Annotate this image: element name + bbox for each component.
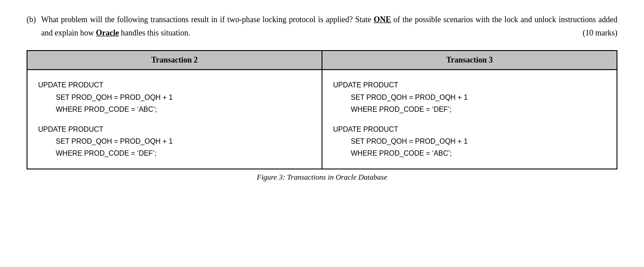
col2-sql-block1: UPDATE PRODUCT SET PROD_QOH = PROD_OQH +…	[333, 79, 606, 115]
transactions-table: Transaction 2 Transaction 3 UPDATE PRODU…	[27, 50, 617, 169]
col2-header: Transaction 3	[322, 51, 617, 70]
col2-cell: UPDATE PRODUCT SET PROD_QOH = PROD_OQH +…	[322, 70, 617, 169]
col1-header: Transaction 2	[27, 51, 322, 70]
question-marks: (10 marks)	[583, 27, 617, 40]
col1-b2-line2: SET PROD_QOH = PROD_OQH + 1	[38, 135, 311, 147]
question-text-part1: What problem will the following transact…	[41, 15, 374, 24]
question-text-part3: handles this situation.	[119, 28, 190, 37]
col2-b2-line3: WHERE PROD_CODE = ‘ABC’;	[333, 147, 606, 159]
col1-sql-block2: UPDATE PRODUCT SET PROD_QOH = PROD_OQH +…	[38, 123, 311, 160]
col2-b1-line1: UPDATE PRODUCT	[333, 79, 606, 91]
col2-sql-block2: UPDATE PRODUCT SET PROD_QOH = PROD_OQH +…	[333, 123, 606, 160]
col2-b1-line2: SET PROD_QOH = PROD_OQH + 1	[333, 91, 606, 103]
col2-b2-line1: UPDATE PRODUCT	[333, 123, 606, 135]
col2-b1-line3: WHERE PROD_CODE = ‘DEF’;	[333, 103, 606, 115]
col1-b1-line2: SET PROD_QOH = PROD_OQH + 1	[38, 91, 311, 103]
figure-caption: Figure 3: Transactions in Oracle Databas…	[27, 173, 617, 182]
table-container: Transaction 2 Transaction 3 UPDATE PRODU…	[27, 50, 617, 181]
col1-sql-block1: UPDATE PRODUCT SET PROD_QOH = PROD_OQH +…	[38, 79, 311, 115]
question-bold-one: ONE	[374, 15, 391, 24]
col1-b1-line1: UPDATE PRODUCT	[38, 79, 311, 91]
col1-b1-line3: WHERE PROD_CODE = ‘ABC’;	[38, 103, 311, 115]
question-body: What problem will the following transact…	[41, 13, 617, 39]
table-header-row: Transaction 2 Transaction 3	[27, 51, 617, 70]
col1-b2-line1: UPDATE PRODUCT	[38, 123, 311, 135]
col2-b2-line2: SET PROD_QOH = PROD_OQH + 1	[333, 135, 606, 147]
col1-b2-line3: WHERE PROD_CODE = ‘DEF’;	[38, 147, 311, 159]
col1-cell: UPDATE PRODUCT SET PROD_QOH = PROD_OQH +…	[27, 70, 322, 169]
question-paragraph: What problem will the following transact…	[41, 13, 617, 39]
table-row: UPDATE PRODUCT SET PROD_QOH = PROD_OQH +…	[27, 70, 617, 169]
question-block: (b) What problem will the following tran…	[27, 13, 617, 182]
question-text: (b) What problem will the following tran…	[27, 13, 617, 39]
question-bold-oracle: Oracle	[96, 28, 119, 37]
question-label: (b)	[27, 13, 36, 39]
